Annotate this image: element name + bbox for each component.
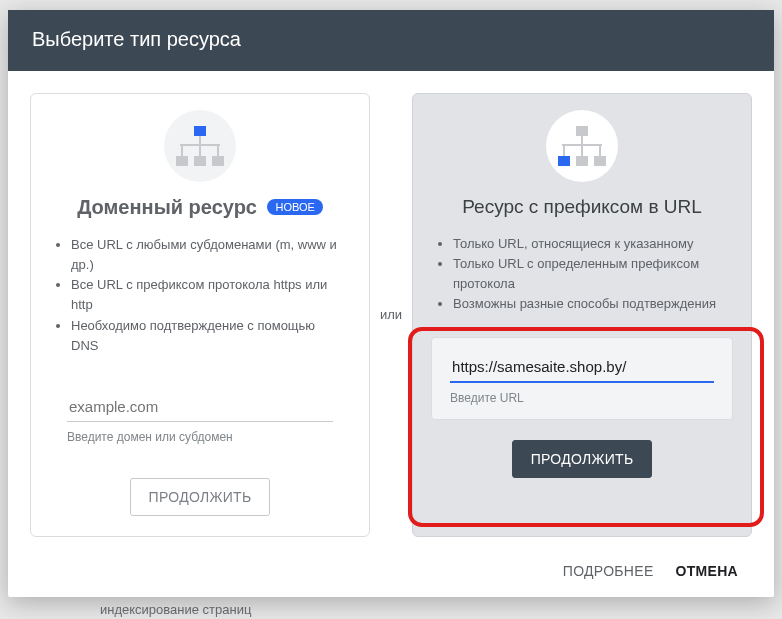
url-input[interactable]: [450, 352, 714, 383]
list-item: Все URL с префиксом протокола https или …: [71, 275, 345, 315]
domain-continue-button[interactable]: ПРОДОЛЖИТЬ: [130, 478, 271, 516]
learn-more-link[interactable]: ПОДРОБНЕЕ: [563, 563, 654, 579]
or-separator: или: [370, 93, 412, 537]
list-item: Все URL с любыми субдоменами (m, www и д…: [71, 235, 345, 275]
domain-card-title: Доменный ресурс: [77, 196, 257, 218]
domain-property-card[interactable]: Доменный ресурс новое Все URL с любыми с…: [30, 93, 370, 537]
url-input-helper: Введите URL: [450, 391, 714, 405]
url-bullets: Только URL, относящиеся к указанному Тол…: [413, 226, 751, 327]
url-input-block: Введите URL: [431, 337, 733, 420]
modal-footer: ПОДРОБНЕЕ ОТМЕНА: [8, 547, 774, 597]
property-type-modal: Выберите тип ресурса Доменный ресурс нов…: [8, 10, 774, 597]
url-card-title: Ресурс с префиксом в URL: [462, 196, 702, 217]
domain-input-helper: Введите домен или субдомен: [67, 430, 333, 444]
modal-title: Выберите тип ресурса: [8, 10, 774, 71]
list-item: Только URL с определенным префиксом прот…: [453, 254, 727, 294]
list-item: Необходимо подтверждение с помощью DNS: [71, 316, 345, 356]
url-continue-button[interactable]: ПРОДОЛЖИТЬ: [512, 440, 653, 478]
new-badge: новое: [267, 199, 322, 215]
icon-wrap: [31, 104, 369, 192]
list-item: Возможны разные способы подтверждения: [453, 294, 727, 314]
modal-body: Доменный ресурс новое Все URL с любыми с…: [8, 71, 774, 547]
cancel-button[interactable]: ОТМЕНА: [676, 563, 738, 579]
list-item: Только URL, относящиеся к указанному: [453, 234, 727, 254]
domain-input[interactable]: [67, 392, 333, 422]
icon-wrap: [413, 104, 751, 192]
background-text: индексирование страниц: [100, 602, 251, 617]
domain-bullets: Все URL с любыми субдоменами (m, www и д…: [31, 227, 369, 368]
domain-sitemap-icon: [164, 110, 236, 182]
domain-input-block: Введите домен или субдомен: [49, 378, 351, 458]
url-prefix-property-card[interactable]: Ресурс с префиксом в URL Только URL, отн…: [412, 93, 752, 537]
url-sitemap-icon: [546, 110, 618, 182]
